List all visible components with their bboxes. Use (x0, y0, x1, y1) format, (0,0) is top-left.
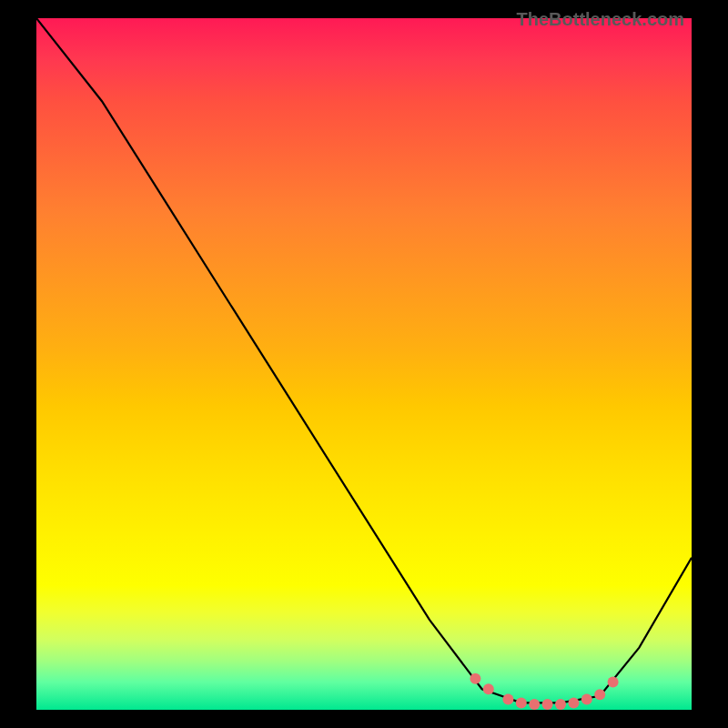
chart-plot-area (36, 18, 692, 710)
optimal-dot (594, 689, 605, 700)
optimal-dot (568, 697, 579, 708)
optimal-dot (608, 677, 619, 688)
optimal-dot (502, 694, 513, 705)
optimal-dot (542, 699, 553, 710)
optimal-dot (516, 697, 527, 708)
optimal-dot (470, 673, 480, 684)
optimal-dot (529, 699, 540, 710)
optimal-range-dots (470, 673, 618, 710)
chart-svg (36, 18, 692, 710)
optimal-dot (555, 699, 566, 710)
bottleneck-curve-line (36, 18, 692, 703)
optimal-dot (483, 683, 494, 694)
watermark-text: TheBottleneck.com (517, 9, 684, 30)
optimal-dot (581, 694, 592, 705)
